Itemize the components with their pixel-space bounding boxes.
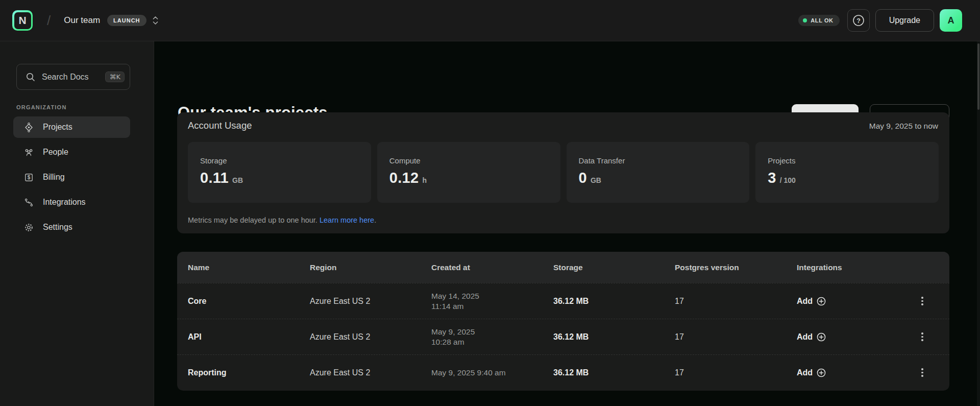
- metric-card-data-transfer: Data Transfer 0 GB: [567, 142, 750, 203]
- avatar[interactable]: A: [940, 9, 962, 32]
- metric-value: 3: [768, 170, 776, 186]
- sidebar-item-settings[interactable]: Settings: [13, 217, 130, 238]
- created-date: May 9, 2025 9:40 am: [431, 368, 553, 378]
- billing-icon: $: [23, 172, 34, 183]
- project-storage: 36.12 MB: [553, 332, 675, 342]
- project-storage: 36.12 MB: [553, 368, 675, 377]
- sidebar-item-label: Integrations: [43, 198, 86, 207]
- scrollbar-thumb[interactable]: [977, 43, 979, 110]
- row-menu-button[interactable]: [916, 329, 928, 345]
- people-icon: [23, 147, 34, 158]
- integrations-icon: [23, 197, 34, 208]
- sidebar-item-people[interactable]: People: [13, 141, 130, 163]
- topbar: N / Our team LAUNCH ALL OK ? Upgrade A: [0, 0, 980, 41]
- question-circle-icon: ?: [852, 14, 865, 27]
- metric-unit: h: [422, 176, 427, 184]
- search-docs-label: Search Docs: [42, 73, 89, 82]
- column-header-region: Region: [310, 263, 431, 272]
- org-switcher-button[interactable]: [152, 15, 159, 26]
- metric-label: Compute: [389, 156, 548, 165]
- project-postgres-version: 17: [675, 368, 797, 377]
- main-content: Our team's projects New Project Import d…: [154, 41, 980, 406]
- sidebar-item-label: Projects: [43, 123, 72, 132]
- table-row-api[interactable]: API Azure East US 2 May 9, 2025 10:28 am…: [177, 319, 949, 354]
- search-shortcut-kbd: ⌘K: [105, 71, 125, 82]
- projects-icon: [23, 122, 34, 133]
- sidebar-item-projects[interactable]: Projects: [13, 116, 130, 138]
- project-postgres-version: 17: [675, 297, 797, 306]
- project-created-at: May 9, 2025 10:28 am: [431, 327, 553, 347]
- add-integration-button[interactable]: Add: [797, 368, 916, 378]
- svg-text:$: $: [28, 175, 31, 180]
- metric-unit: GB: [232, 176, 243, 184]
- column-header-created-at: Created at: [431, 263, 553, 272]
- metric-unit: GB: [591, 176, 601, 184]
- add-label: Add: [797, 297, 813, 306]
- project-name[interactable]: API: [188, 332, 310, 342]
- status-ok-dot-icon: [803, 18, 807, 22]
- project-region: Azure East US 2: [310, 368, 431, 377]
- sidebar-item-billing[interactable]: $ Billing: [13, 166, 130, 188]
- settings-icon: [23, 222, 34, 233]
- created-time: 11:14 am: [431, 301, 553, 312]
- row-menu-button[interactable]: [916, 293, 928, 309]
- topbar-right-group: ALL OK ? Upgrade A: [798, 9, 962, 32]
- usage-period: May 9, 2025 to now: [869, 122, 938, 131]
- account-usage-card: Account Usage May 9, 2025 to now Storage…: [177, 112, 949, 233]
- metric-label: Projects: [768, 156, 926, 165]
- metric-card-projects: Projects 3 / 100: [755, 142, 939, 203]
- project-storage: 36.12 MB: [553, 297, 675, 306]
- sidebar-nav: Projects People $ Billing: [13, 116, 130, 242]
- metric-unit: / 100: [780, 176, 796, 184]
- svg-text:?: ?: [856, 17, 861, 25]
- learn-more-link[interactable]: Learn more here: [320, 216, 374, 224]
- neon-logo[interactable]: N: [12, 10, 33, 31]
- project-name[interactable]: Reporting: [188, 368, 310, 377]
- upgrade-button[interactable]: Upgrade: [875, 9, 934, 32]
- add-label: Add: [797, 368, 813, 377]
- search-icon: [26, 72, 36, 82]
- column-header-storage: Storage: [553, 263, 675, 272]
- add-integration-button[interactable]: Add: [797, 332, 916, 342]
- sidebar-item-label: Billing: [43, 173, 65, 182]
- metric-card-compute: Compute 0.12 h: [377, 142, 560, 203]
- plus-circle-icon: [816, 296, 826, 306]
- sidebar-item-label: People: [43, 148, 68, 157]
- project-region: Azure East US 2: [310, 297, 431, 306]
- add-label: Add: [797, 332, 813, 342]
- created-time: 10:28 am: [431, 337, 553, 347]
- help-button[interactable]: ?: [847, 9, 870, 32]
- note-period: .: [374, 216, 376, 224]
- projects-table: Name Region Created at Storage Postgres …: [177, 252, 949, 391]
- breadcrumb-org-name[interactable]: Our team: [64, 15, 100, 26]
- project-created-at: May 14, 2025 11:14 am: [431, 291, 553, 312]
- column-header-integrations: Integrations: [797, 263, 916, 272]
- plan-badge: LAUNCH: [107, 15, 146, 26]
- search-docs-input[interactable]: Search Docs ⌘K: [16, 64, 130, 90]
- table-row-core[interactable]: Core Azure East US 2 May 14, 2025 11:14 …: [177, 283, 949, 319]
- status-badge[interactable]: ALL OK: [798, 15, 839, 26]
- table-row-reporting[interactable]: Reporting Azure East US 2 May 9, 2025 9:…: [177, 354, 949, 390]
- app-window: N / Our team LAUNCH ALL OK ? Upgrade A: [0, 0, 980, 406]
- project-name[interactable]: Core: [188, 297, 310, 306]
- sidebar-item-integrations[interactable]: Integrations: [13, 192, 130, 213]
- scrollbar[interactable]: [977, 41, 980, 406]
- column-header-postgres-version: Postgres version: [675, 263, 797, 272]
- created-date: May 14, 2025: [431, 291, 553, 301]
- metrics-delay-note: Metrics may be delayed up to one hour. L…: [188, 216, 376, 224]
- metric-label: Data Transfer: [579, 156, 738, 165]
- project-region: Azure East US 2: [310, 332, 431, 342]
- metric-value: 0: [579, 170, 587, 186]
- sidebar: Search Docs ⌘K ORGANIZATION Projects: [0, 41, 154, 406]
- sidebar-item-label: Settings: [43, 223, 72, 232]
- table-header-row: Name Region Created at Storage Postgres …: [177, 252, 949, 283]
- metric-value: 0.11: [200, 170, 229, 186]
- plus-circle-icon: [816, 368, 826, 378]
- neon-logo-letter: N: [14, 12, 31, 29]
- column-header-name: Name: [188, 263, 310, 272]
- add-integration-button[interactable]: Add: [797, 296, 916, 306]
- project-created-at: May 9, 2025 9:40 am: [431, 368, 553, 378]
- usage-metrics-row: Storage 0.11 GB Compute 0.12 h Data Tran…: [188, 142, 939, 203]
- row-menu-button[interactable]: [916, 365, 928, 381]
- sidebar-section-label: ORGANIZATION: [16, 104, 67, 110]
